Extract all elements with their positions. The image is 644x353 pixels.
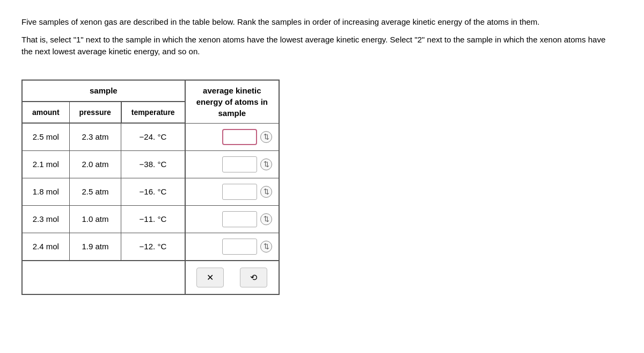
rank-input[interactable] [222,239,257,255]
spinner-icon: ⇅ [260,186,272,198]
header-sample: sample [22,80,185,102]
cell-amount: 2.5 mol [22,123,69,150]
rank-input[interactable] [222,211,257,227]
col-header-pressure: pressure [69,102,121,123]
table-row: 2.3 mol1.0 atm−11. °C⇅ [22,205,279,233]
cell-pressure: 1.9 atm [69,233,121,261]
cell-amount: 2.4 mol [22,233,69,261]
cell-temperature: −24. °C [121,123,185,150]
table-row: 2.4 mol1.9 atm−12. °C⇅ [22,233,279,261]
ranking-table: sample average kineticenergy of atoms in… [21,80,280,295]
cell-temperature: −11. °C [121,205,185,233]
cell-ranking: ⇅ [185,233,279,261]
spinner-icon: ⇅ [260,213,272,225]
cell-amount: 2.1 mol [22,150,69,178]
spinner-button[interactable]: ⇅ [260,131,272,143]
rank-input[interactable] [222,156,257,172]
cell-amount: 2.3 mol [22,205,69,233]
cell-ranking: ⇅ [185,123,279,150]
cell-temperature: −16. °C [121,178,185,205]
action-empty-cell [22,261,185,294]
action-buttons-cell: ✕⟲ [185,261,279,294]
ranking-table-container: sample average kineticenergy of atoms in… [21,80,280,295]
cell-ranking: ⇅ [185,178,279,205]
clear-button[interactable]: ✕ [196,268,224,287]
cell-pressure: 1.0 atm [69,205,121,233]
cell-ranking: ⇅ [185,150,279,178]
col-header-amount: amount [22,102,69,123]
reset-icon: ⟲ [250,272,257,283]
spinner-icon: ⇅ [260,241,272,253]
spinner-button[interactable]: ⇅ [260,241,272,253]
cell-temperature: −12. °C [121,233,185,261]
intro-paragraph-2: That is, select "1" next to the sample i… [21,34,612,58]
cell-pressure: 2.0 atm [69,150,121,178]
action-row: ✕⟲ [22,261,279,294]
header-avg-kinetic: average kineticenergy of atoms insample [185,80,279,124]
table-row: 1.8 mol2.5 atm−16. °C⇅ [22,178,279,205]
table-row: 2.1 mol2.0 atm−38. °C⇅ [22,150,279,178]
cell-pressure: 2.5 atm [69,178,121,205]
cell-pressure: 2.3 atm [69,123,121,150]
table-row: 2.5 mol2.3 atm−24. °C⇅ [22,123,279,150]
rank-input[interactable] [222,129,257,145]
spinner-icon: ⇅ [260,159,272,170]
spinner-button[interactable]: ⇅ [260,159,272,170]
cell-ranking: ⇅ [185,205,279,233]
spinner-button[interactable]: ⇅ [260,186,272,198]
spinner-button[interactable]: ⇅ [260,213,272,225]
rank-input[interactable] [222,184,257,200]
spinner-icon: ⇅ [260,131,272,143]
reset-button[interactable]: ⟲ [240,268,267,287]
cell-temperature: −38. °C [121,150,185,178]
intro-section: Five samples of xenon gas are described … [21,16,623,58]
col-header-temperature: temperature [121,102,185,123]
intro-paragraph-1: Five samples of xenon gas are described … [21,16,612,28]
cell-amount: 1.8 mol [22,178,69,205]
